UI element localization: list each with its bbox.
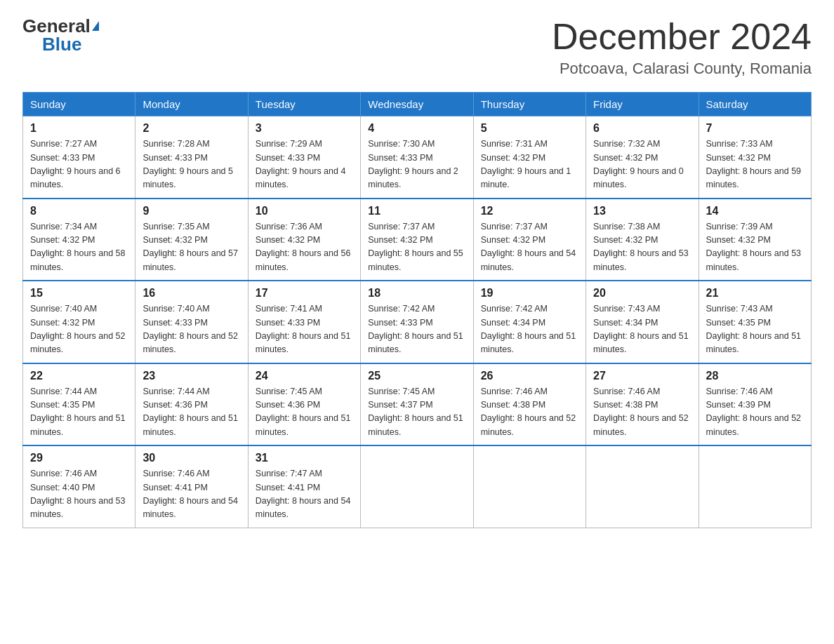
calendar-cell: 8Sunrise: 7:34 AMSunset: 4:32 PMDaylight… bbox=[23, 199, 135, 281]
day-number: 2 bbox=[143, 122, 240, 135]
logo: General Blue bbox=[22, 17, 99, 53]
day-info: Sunrise: 7:38 AMSunset: 4:32 PMDaylight:… bbox=[593, 220, 691, 275]
day-number: 30 bbox=[143, 452, 240, 464]
day-number: 22 bbox=[30, 370, 128, 382]
title-block: December 2024 Potcoava, Calarasi County,… bbox=[552, 17, 812, 78]
calendar-cell: 9Sunrise: 7:35 AMSunset: 4:32 PMDaylight… bbox=[135, 199, 248, 281]
day-info: Sunrise: 7:27 AMSunset: 4:33 PMDaylight:… bbox=[30, 137, 128, 192]
page-header: General Blue December 2024 Potcoava, Cal… bbox=[22, 17, 812, 78]
day-number: 26 bbox=[481, 370, 578, 382]
day-number: 6 bbox=[593, 122, 691, 135]
day-number: 24 bbox=[256, 370, 353, 382]
day-info: Sunrise: 7:37 AMSunset: 4:32 PMDaylight:… bbox=[368, 220, 465, 275]
calendar-cell: 11Sunrise: 7:37 AMSunset: 4:32 PMDayligh… bbox=[361, 199, 473, 281]
calendar-cell: 16Sunrise: 7:40 AMSunset: 4:33 PMDayligh… bbox=[135, 281, 248, 363]
day-number: 16 bbox=[143, 287, 240, 300]
logo-blue-text: Blue bbox=[42, 35, 99, 53]
calendar-cell: 22Sunrise: 7:44 AMSunset: 4:35 PMDayligh… bbox=[23, 363, 135, 446]
calendar-cell: 3Sunrise: 7:29 AMSunset: 4:33 PMDaylight… bbox=[248, 116, 360, 199]
day-number: 27 bbox=[593, 370, 691, 382]
day-number: 31 bbox=[256, 452, 353, 464]
day-number: 1 bbox=[30, 122, 128, 135]
calendar-cell: 6Sunrise: 7:32 AMSunset: 4:32 PMDaylight… bbox=[586, 116, 699, 199]
day-info: Sunrise: 7:47 AMSunset: 4:41 PMDaylight:… bbox=[256, 467, 353, 522]
calendar-table: SundayMondayTuesdayWednesdayThursdayFrid… bbox=[22, 92, 812, 528]
day-number: 21 bbox=[706, 287, 804, 300]
calendar-cell bbox=[361, 445, 473, 528]
day-info: Sunrise: 7:44 AMSunset: 4:36 PMDaylight:… bbox=[143, 385, 240, 440]
day-info: Sunrise: 7:30 AMSunset: 4:33 PMDaylight:… bbox=[368, 137, 465, 192]
day-info: Sunrise: 7:32 AMSunset: 4:32 PMDaylight:… bbox=[593, 137, 691, 192]
calendar-cell: 20Sunrise: 7:43 AMSunset: 4:34 PMDayligh… bbox=[586, 281, 699, 363]
col-header-monday: Monday bbox=[135, 93, 248, 116]
calendar-cell bbox=[473, 445, 585, 528]
day-info: Sunrise: 7:34 AMSunset: 4:32 PMDaylight:… bbox=[30, 220, 128, 275]
day-number: 23 bbox=[143, 370, 240, 382]
calendar-cell: 2Sunrise: 7:28 AMSunset: 4:33 PMDaylight… bbox=[135, 116, 248, 199]
logo-triangle-icon bbox=[92, 21, 99, 31]
calendar-cell: 24Sunrise: 7:45 AMSunset: 4:36 PMDayligh… bbox=[248, 363, 360, 446]
col-header-thursday: Thursday bbox=[473, 93, 585, 116]
calendar-cell: 13Sunrise: 7:38 AMSunset: 4:32 PMDayligh… bbox=[586, 199, 699, 281]
calendar-cell: 7Sunrise: 7:33 AMSunset: 4:32 PMDaylight… bbox=[699, 116, 811, 199]
col-header-tuesday: Tuesday bbox=[248, 93, 360, 116]
day-info: Sunrise: 7:46 AMSunset: 4:41 PMDaylight:… bbox=[143, 467, 240, 522]
calendar-cell: 14Sunrise: 7:39 AMSunset: 4:32 PMDayligh… bbox=[699, 199, 811, 281]
col-header-wednesday: Wednesday bbox=[361, 93, 473, 116]
calendar-cell: 27Sunrise: 7:46 AMSunset: 4:38 PMDayligh… bbox=[586, 363, 699, 446]
location-title: Potcoava, Calarasi County, Romania bbox=[552, 60, 812, 78]
calendar-cell: 28Sunrise: 7:46 AMSunset: 4:39 PMDayligh… bbox=[699, 363, 811, 446]
day-number: 15 bbox=[30, 287, 128, 300]
calendar-cell: 29Sunrise: 7:46 AMSunset: 4:40 PMDayligh… bbox=[23, 445, 135, 528]
day-info: Sunrise: 7:45 AMSunset: 4:36 PMDaylight:… bbox=[256, 385, 353, 440]
day-info: Sunrise: 7:46 AMSunset: 4:39 PMDaylight:… bbox=[706, 385, 804, 440]
day-number: 18 bbox=[368, 287, 465, 300]
col-header-sunday: Sunday bbox=[23, 93, 135, 116]
calendar-cell: 4Sunrise: 7:30 AMSunset: 4:33 PMDaylight… bbox=[361, 116, 473, 199]
calendar-cell: 1Sunrise: 7:27 AMSunset: 4:33 PMDaylight… bbox=[23, 116, 135, 199]
calendar-cell: 12Sunrise: 7:37 AMSunset: 4:32 PMDayligh… bbox=[473, 199, 585, 281]
day-number: 5 bbox=[481, 122, 578, 135]
day-info: Sunrise: 7:33 AMSunset: 4:32 PMDaylight:… bbox=[706, 137, 804, 192]
calendar-cell: 21Sunrise: 7:43 AMSunset: 4:35 PMDayligh… bbox=[699, 281, 811, 363]
col-header-friday: Friday bbox=[586, 93, 699, 116]
day-number: 19 bbox=[481, 287, 578, 300]
calendar-cell: 17Sunrise: 7:41 AMSunset: 4:33 PMDayligh… bbox=[248, 281, 360, 363]
calendar-cell: 23Sunrise: 7:44 AMSunset: 4:36 PMDayligh… bbox=[135, 363, 248, 446]
day-number: 8 bbox=[30, 205, 128, 217]
day-info: Sunrise: 7:42 AMSunset: 4:33 PMDaylight:… bbox=[368, 302, 465, 357]
day-info: Sunrise: 7:45 AMSunset: 4:37 PMDaylight:… bbox=[368, 385, 465, 440]
day-info: Sunrise: 7:37 AMSunset: 4:32 PMDaylight:… bbox=[481, 220, 578, 275]
day-number: 28 bbox=[706, 370, 804, 382]
day-info: Sunrise: 7:44 AMSunset: 4:35 PMDaylight:… bbox=[30, 385, 128, 440]
calendar-cell: 26Sunrise: 7:46 AMSunset: 4:38 PMDayligh… bbox=[473, 363, 585, 446]
day-info: Sunrise: 7:43 AMSunset: 4:35 PMDaylight:… bbox=[706, 302, 804, 357]
logo-top-line: General bbox=[22, 17, 99, 35]
calendar-cell: 25Sunrise: 7:45 AMSunset: 4:37 PMDayligh… bbox=[361, 363, 473, 446]
day-info: Sunrise: 7:46 AMSunset: 4:38 PMDaylight:… bbox=[593, 385, 691, 440]
calendar-cell bbox=[699, 445, 811, 528]
day-info: Sunrise: 7:46 AMSunset: 4:38 PMDaylight:… bbox=[481, 385, 578, 440]
day-number: 29 bbox=[30, 452, 128, 464]
calendar-header-row: SundayMondayTuesdayWednesdayThursdayFrid… bbox=[23, 93, 812, 116]
day-number: 20 bbox=[593, 287, 691, 300]
day-info: Sunrise: 7:39 AMSunset: 4:32 PMDaylight:… bbox=[706, 220, 804, 275]
day-info: Sunrise: 7:46 AMSunset: 4:40 PMDaylight:… bbox=[30, 467, 128, 522]
day-number: 12 bbox=[481, 205, 578, 217]
calendar-week-row: 22Sunrise: 7:44 AMSunset: 4:35 PMDayligh… bbox=[23, 363, 812, 446]
day-number: 9 bbox=[143, 205, 240, 217]
day-number: 4 bbox=[368, 122, 465, 135]
calendar-cell: 31Sunrise: 7:47 AMSunset: 4:41 PMDayligh… bbox=[248, 445, 360, 528]
day-number: 25 bbox=[368, 370, 465, 382]
day-number: 11 bbox=[368, 205, 465, 217]
day-info: Sunrise: 7:35 AMSunset: 4:32 PMDaylight:… bbox=[143, 220, 240, 275]
calendar-cell: 19Sunrise: 7:42 AMSunset: 4:34 PMDayligh… bbox=[473, 281, 585, 363]
month-title: December 2024 bbox=[552, 17, 812, 57]
day-number: 10 bbox=[256, 205, 353, 217]
calendar-week-row: 1Sunrise: 7:27 AMSunset: 4:33 PMDaylight… bbox=[23, 116, 812, 199]
calendar-cell: 30Sunrise: 7:46 AMSunset: 4:41 PMDayligh… bbox=[135, 445, 248, 528]
calendar-week-row: 8Sunrise: 7:34 AMSunset: 4:32 PMDaylight… bbox=[23, 199, 812, 281]
calendar-cell: 18Sunrise: 7:42 AMSunset: 4:33 PMDayligh… bbox=[361, 281, 473, 363]
calendar-week-row: 15Sunrise: 7:40 AMSunset: 4:32 PMDayligh… bbox=[23, 281, 812, 363]
day-number: 13 bbox=[593, 205, 691, 217]
